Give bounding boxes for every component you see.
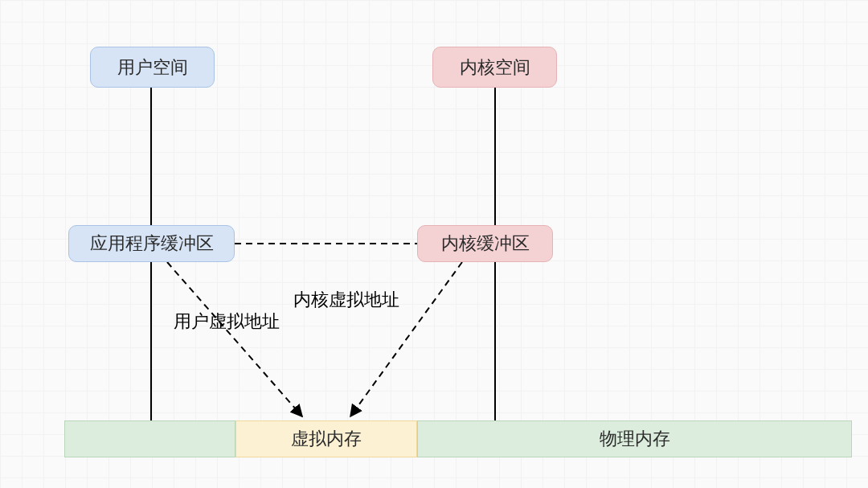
box-app-buffer: 应用程序缓冲区 <box>68 225 235 262</box>
box-user-space: 用户空间 <box>90 47 215 88</box>
arrow-kbuf-to-virt <box>350 262 462 416</box>
diagram-canvas: 用户空间 内核空间 应用程序缓冲区 内核缓冲区 用户虚拟地址 内核虚拟地址 虚拟… <box>0 0 868 488</box>
label-kernel-virt-addr: 内核虚拟地址 <box>293 288 399 312</box>
arrow-app-to-virt <box>167 262 302 416</box>
box-virtual-memory: 虚拟内存 <box>235 420 417 457</box>
box-physical-memory: 物理内存 <box>417 420 852 457</box>
box-bottom-blank <box>64 420 235 457</box>
label-user-virt-addr: 用户虚拟地址 <box>174 310 280 334</box>
box-kernel-buffer: 内核缓冲区 <box>417 225 553 262</box>
box-kernel-space: 内核空间 <box>432 47 557 88</box>
